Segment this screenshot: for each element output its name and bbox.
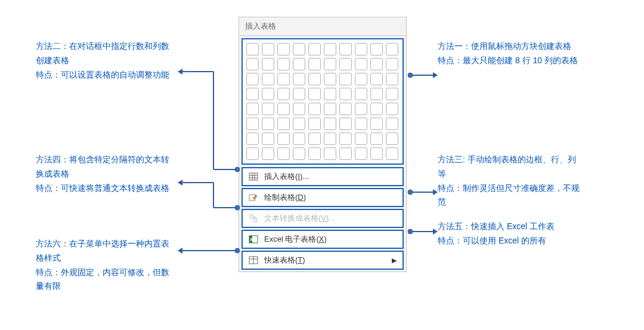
grid-cell[interactable] [262,132,274,145]
grid-cell[interactable] [262,43,274,55]
grid-cell[interactable] [293,43,305,55]
grid-cell[interactable] [246,88,259,100]
grid-cell[interactable] [324,43,336,55]
menu-label: 快速表格(T) [264,255,305,266]
annotation-method-4: 方法四：将包含特定分隔符的文本转换成表格 特点：可快速将普通文本转换成表格 [36,153,177,195]
grid-cell[interactable] [370,58,383,70]
svg-marker-32 [178,180,182,186]
grid-cell[interactable] [386,43,398,55]
svg-point-15 [408,73,413,78]
grid-cell[interactable] [339,88,352,100]
grid-cell[interactable] [308,43,321,55]
grid-cell[interactable] [386,58,398,70]
grid-cell[interactable] [370,118,383,130]
connector-arrow [407,228,438,235]
grid-cell[interactable] [355,118,367,130]
menu-excel-spreadsheet[interactable]: X Excel 电子表格(X) [242,230,404,249]
menu-draw-table[interactable]: 绘制表格(D) [242,188,404,207]
grid-cell[interactable] [386,118,398,130]
grid-cell[interactable] [246,103,259,115]
grid-cell[interactable] [308,73,321,85]
grid-cell[interactable] [262,147,274,160]
grid-cell[interactable] [246,147,259,160]
grid-cell[interactable] [339,132,352,145]
grid-cell[interactable] [308,58,321,70]
svg-point-26 [235,167,240,172]
grid-cell[interactable] [355,58,367,70]
annotation-method-2: 方法二：在对话框中指定行数和列数创建表格 特点：可以设置表格的自动调整功能 [36,39,177,82]
grid-cell[interactable] [370,132,383,145]
table-grid-picker[interactable] [242,38,404,165]
grid-cell[interactable] [277,103,290,115]
grid-cell[interactable] [355,73,367,85]
grid-cell[interactable] [277,147,290,160]
grid-cell[interactable] [293,147,305,160]
svg-text:X: X [250,237,253,242]
grid-cell[interactable] [262,103,274,115]
grid-cell[interactable] [308,147,321,160]
svg-marker-16 [433,72,438,78]
grid-cell[interactable] [262,58,274,70]
grid-cell[interactable] [246,43,259,55]
menu-quick-table[interactable]: 快速表格(T) ▶ [242,251,404,270]
grid-cell[interactable] [262,118,274,130]
grid-cell[interactable] [308,132,321,145]
grid-cell[interactable] [339,118,352,130]
grid-cell[interactable] [308,118,321,130]
grid-cell[interactable] [370,103,383,115]
grid-cell[interactable] [324,58,336,70]
grid-cell[interactable] [262,73,274,85]
grid-cell[interactable] [293,88,305,100]
grid-cell[interactable] [293,103,305,115]
grid-cell[interactable] [339,103,352,115]
grid-cell[interactable] [355,43,367,55]
grid-cell[interactable] [370,43,383,55]
menu-convert-text: 文本转换成表格(V)... [242,209,404,228]
grid-cell[interactable] [339,73,352,85]
grid-cell[interactable] [324,73,336,85]
grid-cell[interactable] [324,103,336,115]
grid-cell[interactable] [246,73,259,85]
connector-arrow [178,68,242,173]
grid-cell[interactable] [308,103,321,115]
grid-cell[interactable] [277,118,290,130]
grid-cell[interactable] [324,88,336,100]
grid-cell[interactable] [262,88,274,100]
grid-cell[interactable] [355,132,367,145]
grid-cell[interactable] [246,132,259,145]
grid-cell[interactable] [293,132,305,145]
grid-cell[interactable] [277,88,290,100]
grid-cell[interactable] [293,73,305,85]
grid-cell[interactable] [370,88,383,100]
submenu-arrow-icon: ▶ [392,257,397,264]
grid-cell[interactable] [355,88,367,100]
grid-cell[interactable] [386,73,398,85]
menu-insert-table[interactable]: 插入表格(I)... [242,167,404,186]
grid-cell[interactable] [339,147,352,160]
grid-cell[interactable] [293,58,305,70]
grid-cell[interactable] [324,147,336,160]
grid-cell[interactable] [246,58,259,70]
grid-cell[interactable] [324,118,336,130]
grid-cell[interactable] [339,43,352,55]
grid-cell[interactable] [386,103,398,115]
grid-cell[interactable] [386,132,398,145]
excel-icon: X [249,235,258,244]
grid-cell[interactable] [355,103,367,115]
grid-cell[interactable] [277,43,290,55]
grid-cell[interactable] [386,147,398,160]
grid-cell[interactable] [370,147,383,160]
grid-cell[interactable] [277,132,290,145]
grid-cell[interactable] [293,118,305,130]
annotation-method-1: 方法一：使用鼠标拖动方块创建表格 特点：最大只能创建 8 行 10 列的表格 [438,39,583,68]
grid-cell[interactable] [355,147,367,160]
svg-marker-19 [433,189,438,195]
grid-cell[interactable] [308,88,321,100]
grid-cell[interactable] [277,58,290,70]
grid-cell[interactable] [370,73,383,85]
grid-cell[interactable] [386,88,398,100]
grid-cell[interactable] [324,132,336,145]
grid-cell[interactable] [339,58,352,70]
grid-cell[interactable] [277,73,290,85]
grid-cell[interactable] [246,118,259,130]
